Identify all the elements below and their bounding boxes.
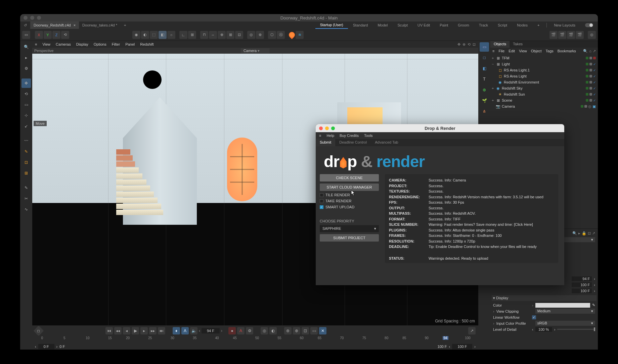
window-controls[interactable] [20, 16, 41, 20]
vp-icon-4[interactable]: ⊡ [473, 42, 476, 47]
gear-tl-icon[interactable]: ⚙ [246, 327, 253, 334]
input-color-profile-combo[interactable]: sRGB▾ [535, 321, 595, 326]
dr-tab-deadline[interactable]: Deadline Control [335, 139, 371, 146]
vp-icon-2[interactable]: ⊕ [462, 42, 466, 47]
smart-upload-checkbox[interactable]: ✓ [320, 205, 323, 209]
dr-menu-tools[interactable]: Tools [364, 134, 373, 138]
prev-frame-button[interactable]: ◂ [123, 327, 130, 334]
tab-objects[interactable]: Objects [490, 41, 510, 48]
snap-3-icon[interactable]: ⊕ [218, 31, 226, 39]
tl-extra-6[interactable]: ▭ [310, 327, 318, 334]
doc-tab-active[interactable]: Doorway_Redshift.c4d × [30, 21, 79, 29]
key-icon[interactable]: ◇ [33, 325, 44, 336]
attr-frame-b[interactable]: 100 F [572, 282, 592, 287]
pen-icon[interactable]: ✎ [21, 183, 31, 193]
rt-rect-icon[interactable]: ▭ [480, 42, 489, 52]
view-clipping-combo[interactable]: Medium▾ [535, 309, 595, 314]
search-icon[interactable]: 🔍 [21, 42, 31, 52]
move-tool[interactable]: ✥ [21, 79, 31, 88]
play-button[interactable]: ▶ [132, 327, 139, 334]
eyedropper-icon[interactable]: ✎ [592, 303, 595, 307]
redshift-icon[interactable] [289, 32, 295, 38]
obj-search-icon[interactable]: 🔍 [583, 49, 588, 53]
view-menu-display[interactable]: Display [76, 42, 88, 46]
autokey-button[interactable]: ♦ [173, 327, 180, 334]
rt-text-icon[interactable]: T [480, 74, 489, 84]
gear-icon[interactable]: ⚙ [21, 64, 31, 73]
axis-z-button[interactable]: Z [52, 31, 60, 39]
record-button[interactable]: ● [228, 327, 236, 334]
dr-tab-advanced[interactable]: Advanced Tab [371, 139, 402, 146]
dr-tab-submit[interactable]: Submit [316, 139, 335, 146]
rt-rig-icon[interactable]: ⋔ [480, 107, 489, 116]
tile-render-row[interactable]: TILE RENDER [320, 193, 379, 197]
rt-cube-icon[interactable]: ◧ [480, 64, 489, 73]
clapper-1-icon[interactable]: 🎬 [549, 31, 558, 39]
spinner-left-icon[interactable]: ‹ [199, 328, 200, 333]
history-icon[interactable]: ▭ [22, 31, 30, 39]
brush-2-icon[interactable]: ✎ [21, 147, 31, 156]
key-selection-button[interactable]: A [181, 327, 189, 334]
snap-5-icon[interactable]: ⊡ [235, 31, 243, 39]
path-icon[interactable]: ∿ [21, 205, 31, 214]
attr-frame-a[interactable]: 94 F [572, 276, 592, 281]
clapper-4-icon[interactable]: 🎬 [576, 31, 584, 39]
lod-slider[interactable] [557, 329, 595, 330]
axis-x-button[interactable]: X [35, 31, 43, 39]
attr-copy-icon[interactable]: ⊡ [588, 231, 591, 236]
layout-toggle[interactable] [580, 21, 598, 29]
rt-plant-icon[interactable]: 🌱 [480, 96, 489, 105]
linear-workflow-checkbox[interactable]: ✓ [532, 315, 536, 319]
attr-lock-icon[interactable]: 🔒 [582, 231, 586, 236]
tab-takes[interactable]: Takes [510, 41, 526, 48]
layers-icon[interactable]: ≋ [296, 31, 304, 39]
smart-upload-row[interactable]: ✓ SMART UPLOAD [320, 205, 379, 209]
range-end-field[interactable]: 100 F [452, 344, 472, 349]
obj-menu-bookmarks[interactable]: Bookmarks [558, 49, 576, 53]
layout-tab-paint[interactable]: Paint [435, 21, 453, 29]
obj-home-icon[interactable]: ⌂ [589, 49, 591, 53]
attr-nav-icon[interactable]: ▸ [578, 231, 580, 236]
tl-extra-3[interactable]: ⊛ [284, 327, 292, 334]
range-r2-icon[interactable]: › [474, 345, 476, 349]
view-menu-panel[interactable]: Panel [125, 42, 135, 46]
sound-icon[interactable]: 🔈 [190, 327, 197, 334]
check-scene-button[interactable]: CHECK SCENE [320, 174, 379, 181]
place-tool[interactable]: ↙ [21, 121, 31, 131]
brush-1-icon[interactable]: 〰 [21, 136, 31, 146]
dr-menu-help[interactable]: Help [326, 134, 334, 138]
rt-atom-icon[interactable]: ⊛ [480, 85, 489, 95]
tile-render-checkbox[interactable] [320, 193, 323, 197]
transform-tool[interactable]: ⊹ [21, 111, 31, 120]
menu-icon[interactable]: ≡ [35, 42, 37, 46]
snap-2-icon[interactable]: ↔ [209, 31, 217, 39]
grid-icon[interactable]: ⊞ [188, 31, 196, 39]
tl-extra-5[interactable]: ⊡ [302, 327, 309, 334]
range-start-field[interactable]: 0 F [38, 344, 54, 349]
dr-window-controls[interactable] [316, 126, 335, 130]
rt-square-icon[interactable]: □ [480, 53, 489, 62]
color-swatch[interactable] [535, 303, 590, 308]
next-key-button[interactable]: ▸▸ [149, 327, 157, 334]
render-settings-icon[interactable]: ⬚ [150, 31, 158, 39]
take-render-row[interactable]: TAKE RENDER [320, 199, 379, 203]
dr-menu-icon[interactable]: ≡ [319, 134, 321, 138]
hex-icon[interactable]: ⬡ [268, 31, 276, 39]
clapper-2-icon[interactable]: 🎬 [558, 31, 566, 39]
obj-menu-object[interactable]: Object [531, 49, 542, 53]
layout-tab-model[interactable]: Model [373, 21, 392, 29]
rotate-tool[interactable]: ⟲ [21, 89, 31, 99]
timeline-ruler[interactable]: 0 5 10 15 20 25 30 35 40 45 50 55 60 65 … [32, 336, 478, 344]
view-menu-filter[interactable]: Filter [112, 42, 120, 46]
range-l2-icon[interactable]: ‹ [449, 345, 450, 349]
cursor-icon[interactable]: ▸ [21, 53, 31, 62]
layout-tab-nodes[interactable]: Nodes [512, 21, 532, 29]
panel-menu-icon[interactable]: ≡ [492, 49, 494, 53]
lod-field[interactable]: 100 % [535, 327, 552, 332]
snap-4-icon[interactable]: ⊞ [226, 31, 234, 39]
attr-search-icon[interactable]: 🔍 [572, 231, 577, 236]
settings-icon[interactable]: ⊛ [256, 31, 264, 39]
layout-tab-track[interactable]: Track [474, 21, 493, 29]
clapper-3-icon[interactable]: 🎬 [567, 31, 575, 39]
target-icon[interactable]: ◎ [247, 31, 255, 39]
